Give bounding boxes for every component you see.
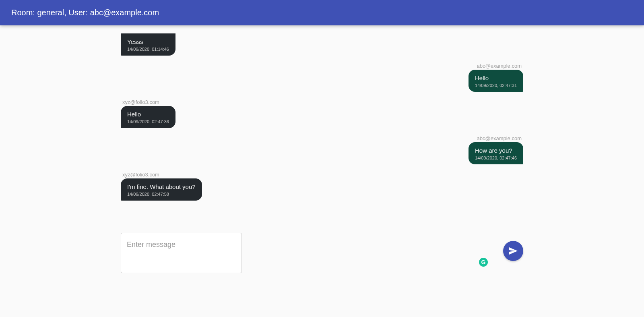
message-input-wrapper: G [121, 233, 497, 275]
send-button[interactable] [503, 241, 523, 261]
composer-row: G [121, 233, 523, 315]
message-timestamp: 14/09/2020, 02:47:46 [475, 155, 517, 160]
messages-area[interactable]: Yesss14/09/2020, 01:14:46abc@example.com… [121, 33, 523, 233]
message-bubble: How are you?14/09/2020, 02:47:46 [469, 142, 523, 164]
message-row: abc@example.comHello14/09/2020, 02:47:31 [121, 63, 523, 92]
message-bubble: Yesss14/09/2020, 01:14:46 [121, 33, 175, 56]
message-timestamp: 14/09/2020, 02:47:58 [127, 192, 196, 197]
app-header: Room: general, User: abc@example.com [0, 0, 644, 25]
message-bubble: Hello14/09/2020, 02:47:36 [121, 106, 175, 128]
message-timestamp: 14/09/2020, 01:14:46 [127, 47, 169, 52]
message-text: How are you? [475, 147, 517, 154]
message-timestamp: 14/09/2020, 02:47:36 [127, 119, 169, 124]
message-input[interactable] [121, 233, 242, 273]
message-text: Hello [475, 75, 517, 81]
chat-container: Yesss14/09/2020, 01:14:46abc@example.com… [121, 25, 523, 315]
message-sender: abc@example.com [475, 63, 523, 69]
message-text: Yesss [127, 38, 169, 45]
message-bubble: I'm fine. What about you?14/09/2020, 02:… [121, 178, 202, 201]
send-icon [508, 246, 518, 256]
message-sender: xyz@folio3.com [121, 99, 161, 105]
message-text: Hello [127, 111, 169, 118]
message-bubble: Hello14/09/2020, 02:47:31 [469, 70, 523, 92]
message-row: Yesss14/09/2020, 01:14:46 [121, 33, 523, 56]
message-sender: abc@example.com [475, 135, 523, 141]
message-sender: xyz@folio3.com [121, 172, 161, 178]
message-timestamp: 14/09/2020, 02:47:31 [475, 83, 517, 88]
message-row: abc@example.comHow are you?14/09/2020, 0… [121, 135, 523, 164]
header-title: Room: general, User: abc@example.com [11, 8, 159, 17]
message-row: xyz@folio3.comHello14/09/2020, 02:47:36 [121, 99, 523, 128]
message-text: I'm fine. What about you? [127, 183, 196, 190]
message-row: xyz@folio3.comI'm fine. What about you?1… [121, 172, 523, 201]
grammarly-icon[interactable]: G [479, 258, 488, 267]
